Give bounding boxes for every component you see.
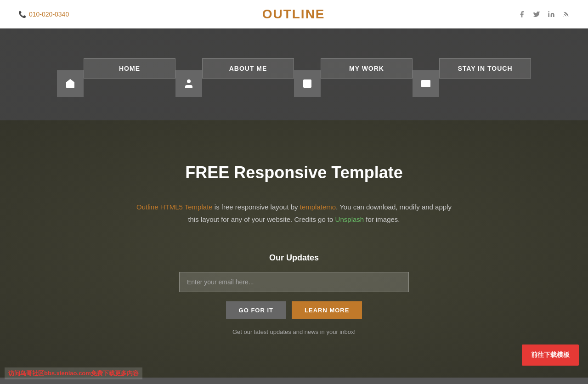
rss-link[interactable] (562, 11, 570, 18)
updates-title: Our Updates (269, 253, 319, 263)
nav-work[interactable]: MY WORK (294, 52, 413, 97)
twitter-icon (533, 11, 540, 18)
go-for-it-button[interactable]: GO FOR IT (226, 301, 286, 319)
envelope-icon (420, 78, 431, 89)
nav-about[interactable]: ABOUT ME (175, 52, 294, 97)
outline-link[interactable]: Outline HTML5 Template (136, 203, 213, 211)
home-label: HOME (84, 58, 175, 79)
twitter-link[interactable] (533, 11, 540, 18)
svg-point-4 (305, 81, 306, 83)
download-button[interactable]: 前往下载模板 (522, 344, 579, 366)
nav-home[interactable]: HOME (57, 52, 175, 97)
home-icon-box (57, 70, 84, 97)
unsplash-link[interactable]: Unsplash (335, 215, 364, 223)
button-row: GO FOR IT LEARN MORE (226, 301, 362, 319)
phone-icon: 📞 (18, 11, 26, 18)
envelope-icon-box (413, 70, 439, 97)
email-input[interactable] (179, 272, 409, 292)
updates-subtext: Get our latest updates and news in your … (232, 328, 356, 335)
about-label: ABOUT ME (202, 58, 294, 79)
hero-title: FREE Responsive Template (185, 163, 402, 182)
hero-section: FREE Responsive Template Outline HTML5 T… (0, 120, 588, 378)
nav-contact[interactable]: STAY IN TOUCH (413, 52, 531, 97)
templatemo-link[interactable]: templatemo (300, 203, 336, 211)
user-icon-box (175, 70, 202, 97)
image-icon (302, 78, 313, 89)
svg-point-0 (548, 11, 549, 12)
work-label: MY WORK (321, 58, 413, 79)
svg-point-1 (564, 16, 564, 17)
home-icon (65, 78, 76, 89)
image-icon-box (294, 70, 321, 97)
svg-point-2 (187, 79, 191, 83)
learn-more-button[interactable]: LEARN MORE (292, 301, 362, 319)
nav-section: HOME ABOUT ME MY WORK STAY IN TOUCH (0, 28, 588, 120)
watermark-text: 访问鸟哥社区bbs.xieniao.com免费下载更多内容 (5, 367, 142, 378)
topbar: 📞 010-020-0340 OUTLINE (0, 0, 588, 28)
facebook-link[interactable] (518, 11, 526, 18)
facebook-icon (518, 11, 526, 18)
hero-description: Outline HTML5 Template is free responsiv… (133, 201, 455, 226)
contact-label: STAY IN TOUCH (439, 58, 531, 79)
linkedin-link[interactable] (548, 11, 555, 18)
site-logo: OUTLINE (262, 7, 325, 22)
phone-number[interactable]: 📞 010-020-0340 (18, 11, 69, 18)
updates-section: Our Updates GO FOR IT LEARN MORE Get our… (133, 253, 455, 335)
social-links (518, 11, 570, 18)
rss-icon (562, 11, 570, 18)
user-icon (183, 78, 194, 89)
linkedin-icon (548, 11, 555, 18)
